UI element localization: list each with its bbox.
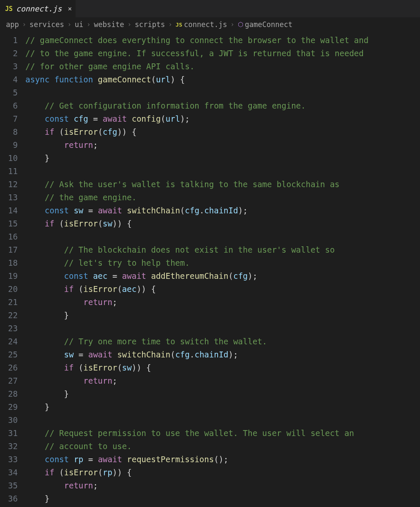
code-line[interactable]: // gameConnect does everything to connec… — [25, 34, 420, 47]
code-line[interactable]: // Get configuration information from th… — [25, 99, 420, 112]
line-number: 26 — [0, 361, 18, 374]
code-line[interactable]: const sw = await switchChain(cfg.chainId… — [25, 204, 420, 217]
line-number: 20 — [0, 283, 18, 296]
line-number: 25 — [0, 348, 18, 361]
code-line[interactable]: return; — [25, 374, 420, 387]
code-line[interactable]: // Ask the user's wallet is talking to t… — [25, 178, 420, 191]
line-number: 11 — [0, 165, 18, 178]
code-line[interactable]: } — [25, 387, 420, 401]
line-number: 2 — [0, 47, 18, 60]
code-line[interactable] — [25, 322, 420, 335]
code-line[interactable]: } — [25, 152, 420, 165]
line-number-gutter: 1234567891011121314151617181920212223242… — [0, 34, 25, 505]
code-line[interactable] — [25, 230, 420, 243]
code-line[interactable]: // Try one more time to switch the walle… — [25, 335, 420, 348]
line-number: 23 — [0, 322, 18, 335]
crumb-app[interactable]: app — [6, 20, 19, 29]
symbol-cube-icon: ⬡ — [238, 21, 243, 28]
line-number: 18 — [0, 256, 18, 270]
code-line[interactable]: if (isError(sw)) { — [25, 217, 420, 230]
code-line[interactable]: if (isError(rp)) { — [25, 466, 420, 479]
code-line[interactable]: } — [25, 492, 420, 505]
code-line[interactable]: if (isError(aec)) { — [25, 283, 420, 296]
code-line[interactable]: // The blockchain does not exist in the … — [25, 243, 420, 256]
line-number: 19 — [0, 270, 18, 283]
crumb-ui[interactable]: ui — [75, 20, 83, 29]
code-line[interactable]: // account to use. — [25, 440, 420, 453]
line-number: 28 — [0, 387, 18, 401]
line-number: 4 — [0, 73, 18, 86]
code-line[interactable]: // to the game engine. If successful, a … — [25, 47, 420, 60]
line-number: 6 — [0, 99, 18, 112]
line-number: 29 — [0, 401, 18, 414]
close-icon[interactable]: × — [68, 5, 72, 13]
line-number: 30 — [0, 414, 18, 427]
line-number: 1 — [0, 34, 18, 47]
line-number: 9 — [0, 139, 18, 152]
chevron-right-icon: › — [231, 21, 235, 28]
code-line[interactable] — [25, 414, 420, 427]
chevron-right-icon: › — [169, 21, 172, 28]
crumb-symbol[interactable]: gameConnect — [245, 20, 293, 29]
code-line[interactable]: if (isError(sw)) { — [25, 361, 420, 374]
code-content[interactable]: // gameConnect does everything to connec… — [25, 34, 420, 505]
code-line[interactable] — [25, 165, 420, 178]
line-number: 7 — [0, 112, 18, 125]
code-line[interactable] — [25, 86, 420, 99]
line-number: 21 — [0, 296, 18, 309]
code-line[interactable]: async function gameConnect(url) { — [25, 73, 420, 86]
crumb-website[interactable]: website — [94, 20, 124, 29]
code-line[interactable]: const aec = await addEthereumChain(cfg); — [25, 270, 420, 283]
line-number: 36 — [0, 492, 18, 505]
code-line[interactable]: return; — [25, 296, 420, 309]
line-number: 13 — [0, 191, 18, 204]
code-line[interactable]: const rp = await requestPermissions(); — [25, 453, 420, 466]
breadcrumb[interactable]: app › services › ui › website › scripts … — [0, 18, 420, 31]
line-number: 10 — [0, 152, 18, 165]
code-line[interactable]: } — [25, 401, 420, 414]
code-line[interactable]: // let's try to help them. — [25, 256, 420, 270]
line-number: 32 — [0, 440, 18, 453]
crumb-services[interactable]: services — [30, 20, 64, 29]
line-number: 17 — [0, 243, 18, 256]
tab-filename: connect.js — [16, 4, 62, 13]
chevron-right-icon: › — [22, 21, 26, 28]
code-line[interactable]: return; — [25, 139, 420, 152]
line-number: 24 — [0, 335, 18, 348]
line-number: 27 — [0, 374, 18, 387]
line-number: 16 — [0, 230, 18, 243]
line-number: 35 — [0, 479, 18, 492]
code-line[interactable]: if (isError(cfg)) { — [25, 125, 420, 139]
line-number: 33 — [0, 453, 18, 466]
chevron-right-icon: › — [87, 21, 90, 28]
line-number: 14 — [0, 204, 18, 217]
code-line[interactable]: } — [25, 309, 420, 322]
line-number: 12 — [0, 178, 18, 191]
code-line[interactable]: // Request permission to use the wallet.… — [25, 427, 420, 440]
line-number: 15 — [0, 217, 18, 230]
line-number: 8 — [0, 125, 18, 139]
chevron-right-icon: › — [128, 21, 131, 28]
crumb-scripts[interactable]: scripts — [135, 20, 165, 29]
tab-bar: JS connect.js × — [0, 0, 420, 18]
line-number: 31 — [0, 427, 18, 440]
line-number: 22 — [0, 309, 18, 322]
code-editor[interactable]: 1234567891011121314151617181920212223242… — [0, 31, 420, 505]
code-line[interactable]: // the game engine. — [25, 191, 420, 204]
code-line[interactable]: sw = await switchChain(cfg.chainId); — [25, 348, 420, 361]
code-line[interactable]: return; — [25, 479, 420, 492]
js-file-icon: JS — [5, 5, 13, 13]
line-number: 5 — [0, 86, 18, 99]
crumb-file[interactable]: connect.js — [184, 20, 227, 29]
code-line[interactable]: const cfg = await config(url); — [25, 112, 420, 125]
line-number: 3 — [0, 60, 18, 73]
chevron-right-icon: › — [68, 21, 71, 28]
line-number: 34 — [0, 466, 18, 479]
file-tab[interactable]: JS connect.js × — [0, 0, 76, 17]
code-line[interactable]: // for other game engine API calls. — [25, 60, 420, 73]
js-file-icon: JS — [176, 22, 183, 28]
